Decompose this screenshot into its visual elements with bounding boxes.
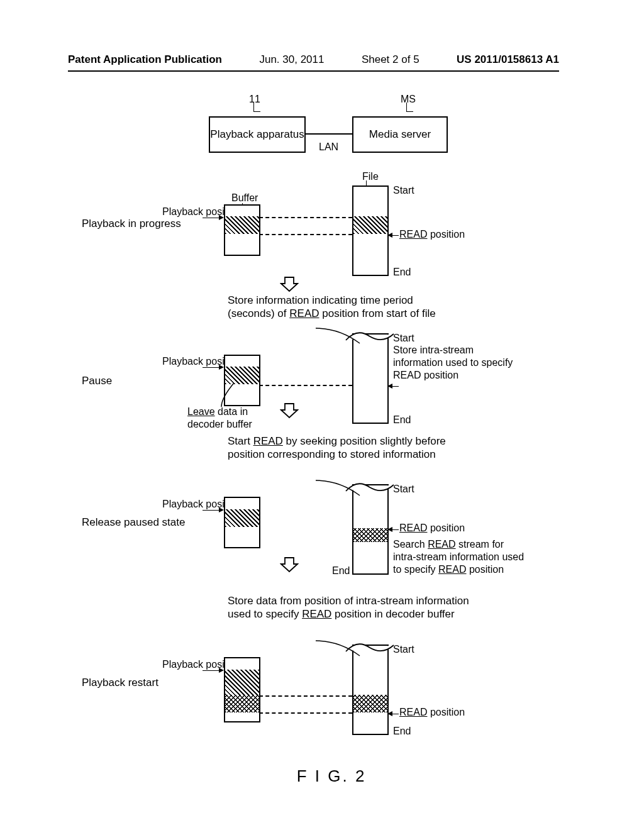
s3-buffer-hatch: [224, 509, 260, 527]
s3-read: READ position: [399, 522, 465, 534]
s3-end: End: [332, 565, 350, 577]
stage-pause: Pause Playback position Leave data indec…: [82, 267, 581, 368]
s4-dash1: [259, 695, 352, 697]
stage-playback-restart: Playback restart Playback position Start…: [82, 645, 581, 758]
s4-read-arrow: [387, 711, 399, 716]
caption-2: Start READ by seeking position slightly …: [228, 434, 467, 462]
s3-pb-arrow: [203, 507, 224, 512]
s2-note1: Store intra-stream information used to s…: [393, 344, 519, 382]
s1-buffer-hatch: [224, 216, 260, 234]
s3-note1: Search READ stream for intra-stream info…: [393, 538, 528, 576]
caption-3: Store data from position of intra-stream…: [228, 594, 479, 621]
s4-end: End: [393, 725, 411, 738]
s2-caption-leader: [314, 327, 365, 346]
figure-label: F I G. 2: [82, 766, 581, 786]
s1-start: Start: [393, 184, 414, 197]
s1-read: READ position: [399, 228, 465, 241]
s2-read-arrow: [387, 384, 399, 389]
bracket-11: [253, 102, 260, 112]
s1-pb-arrow: [203, 215, 224, 220]
media-server-label: Media server: [369, 128, 431, 141]
stage4-label: Playback restart: [82, 676, 158, 690]
s1-read-arrow: [387, 233, 399, 238]
s4-dash2: [259, 712, 352, 714]
s1-file-hatch: [352, 216, 389, 234]
s4-buffer-hatch: [224, 670, 260, 695]
lan-label: LAN: [319, 141, 338, 153]
s2-leave-leader: [220, 382, 235, 408]
s2-dash: [259, 385, 352, 386]
s4-caption-leader: [314, 639, 365, 658]
s2-file: [352, 333, 389, 424]
s3-file-cross: [352, 528, 389, 542]
bracket-ms: [406, 102, 413, 112]
lan-line: [304, 133, 352, 135]
figure-content: 11 Playback apparatus LAN MS Media serve…: [82, 91, 581, 805]
s2-pb-arrow: [203, 365, 224, 370]
playback-apparatus-label: Playback apparatus: [210, 128, 304, 141]
down-arrow-2: [280, 402, 299, 419]
s3-read-arrow: [387, 527, 399, 532]
stage1-label: Playback in progress: [82, 217, 181, 231]
s3-start: Start: [393, 483, 414, 495]
s4-start: Start: [393, 643, 414, 656]
s4-file-cross: [352, 695, 389, 712]
down-arrow-3: [280, 556, 299, 573]
s1-dash2: [259, 234, 352, 235]
s3-caption-leader: [314, 479, 365, 498]
publication-date: Jun. 30, 2011: [259, 53, 324, 66]
header-rule: [68, 70, 559, 72]
s4-buffer-cross: [224, 695, 260, 712]
stage-release-paused: Release paused state Playback position S…: [82, 484, 581, 610]
header: Patent Application Publication Jun. 30, …: [0, 53, 644, 66]
s4-read: READ position: [399, 706, 465, 719]
publication-number: US 2011/0158613 A1: [457, 53, 559, 66]
s4-pb-arrow: [203, 668, 224, 673]
stage2-label: Pause: [82, 374, 112, 388]
sheet-number: Sheet 2 of 5: [362, 53, 419, 66]
s2-start: Start: [393, 332, 414, 345]
stage3-label: Release paused state: [82, 516, 185, 529]
playback-apparatus-box: Playback apparatus: [209, 116, 306, 153]
page: Patent Application Publication Jun. 30, …: [0, 0, 644, 830]
publication-type: Patent Application Publication: [68, 53, 222, 66]
s2-leave: Leave data indecoder buffer: [187, 406, 252, 431]
s1-dash1: [259, 217, 352, 218]
media-server-box: Media server: [352, 116, 448, 153]
buffer-label: Buffer: [231, 192, 258, 204]
top-box-row: 11 Playback apparatus LAN MS Media serve…: [82, 116, 581, 167]
s2-end: End: [393, 414, 411, 426]
